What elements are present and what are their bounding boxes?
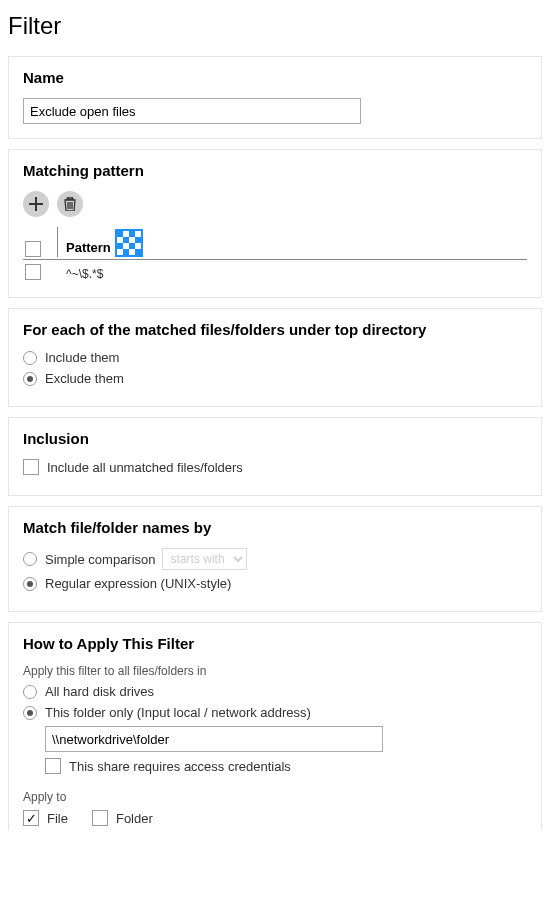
pattern-cell[interactable]: ^~\$.*$ <box>66 267 103 281</box>
apply-title: How to Apply This Filter <box>23 635 527 652</box>
apply-scope-prompt: Apply this filter to all files/folders i… <box>23 664 527 678</box>
regex-label: Regular expression (UNIX-style) <box>45 576 231 591</box>
match-by-panel: Match file/folder names by Simple compar… <box>8 506 542 612</box>
add-pattern-button[interactable] <box>23 191 49 217</box>
delete-pattern-button[interactable] <box>57 191 83 217</box>
regex-radio[interactable] <box>23 577 37 591</box>
all-drives-radio[interactable] <box>23 685 37 699</box>
apply-to-folder-label: Folder <box>116 811 153 826</box>
include-unmatched-label: Include all unmatched files/folders <box>47 460 243 475</box>
include-them-option[interactable]: Include them <box>23 350 527 365</box>
inclusion-title: Inclusion <box>23 430 527 447</box>
inclusion-panel: Inclusion Include all unmatched files/fo… <box>8 417 542 496</box>
pattern-row-checkbox[interactable] <box>25 264 41 280</box>
pattern-table-header: Pattern <box>23 227 527 260</box>
this-folder-label: This folder only (Input local / network … <box>45 705 311 720</box>
name-panel-title: Name <box>23 69 527 86</box>
apply-to-file-checkbox[interactable]: ✓ <box>23 810 39 826</box>
simple-comparison-select: starts with <box>162 548 247 570</box>
all-drives-option[interactable]: All hard disk drives <box>23 684 527 699</box>
apply-to-file-label: File <box>47 811 68 826</box>
pattern-row[interactable]: ^~\$.*$ <box>23 260 527 283</box>
credentials-option[interactable]: This share requires access credentials <box>45 758 527 774</box>
pattern-column-header[interactable]: Pattern <box>66 240 111 257</box>
include-unmatched-option[interactable]: Include all unmatched files/folders <box>23 459 527 475</box>
simple-comparison-label: Simple comparison <box>45 552 156 567</box>
column-separator <box>57 227 58 257</box>
simple-comparison-option[interactable]: Simple comparison starts with <box>23 548 527 570</box>
credentials-label: This share requires access credentials <box>69 759 291 774</box>
apply-to-folder-checkbox[interactable] <box>92 810 108 826</box>
matching-pattern-title: Matching pattern <box>23 162 527 179</box>
include-them-label: Include them <box>45 350 119 365</box>
matching-pattern-panel: Matching pattern Pattern ^~\$.*$ <box>8 149 542 298</box>
exclude-them-option[interactable]: Exclude them <box>23 371 527 386</box>
page-title: Filter <box>8 12 542 40</box>
matched-action-panel: For each of the matched files/folders un… <box>8 308 542 407</box>
credentials-checkbox[interactable] <box>45 758 61 774</box>
exclude-them-label: Exclude them <box>45 371 124 386</box>
folder-path-input[interactable] <box>45 726 383 752</box>
matched-action-title: For each of the matched files/folders un… <box>23 321 527 338</box>
this-folder-radio[interactable] <box>23 706 37 720</box>
name-panel: Name <box>8 56 542 139</box>
name-input[interactable] <box>23 98 361 124</box>
plus-icon <box>29 197 43 211</box>
include-them-radio[interactable] <box>23 351 37 365</box>
pattern-color-swatch[interactable] <box>115 229 143 257</box>
simple-comparison-radio[interactable] <box>23 552 37 566</box>
this-folder-option[interactable]: This folder only (Input local / network … <box>23 705 527 720</box>
regex-option[interactable]: Regular expression (UNIX-style) <box>23 576 527 591</box>
exclude-them-radio[interactable] <box>23 372 37 386</box>
match-by-title: Match file/folder names by <box>23 519 527 536</box>
all-drives-label: All hard disk drives <box>45 684 154 699</box>
trash-icon <box>63 197 77 211</box>
apply-panel: How to Apply This Filter Apply this filt… <box>8 622 542 830</box>
apply-to-prompt: Apply to <box>23 790 527 804</box>
include-unmatched-checkbox[interactable] <box>23 459 39 475</box>
pattern-select-all-checkbox[interactable] <box>25 241 41 257</box>
